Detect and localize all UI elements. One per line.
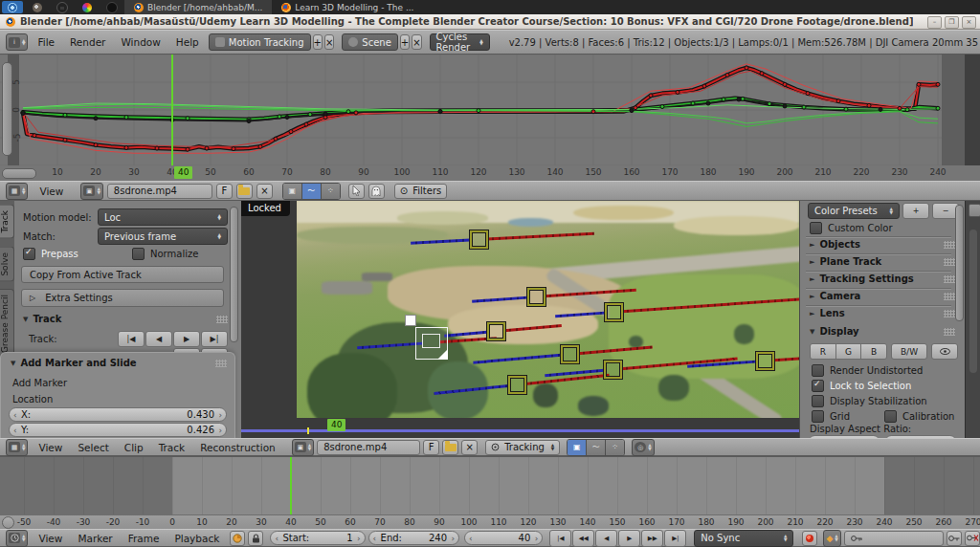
normalize-checkbox-row[interactable]: Normalize [132,248,237,260]
menu-clip[interactable]: Clip [117,442,151,453]
eye-icon[interactable] [931,343,958,360]
editor-type-selector[interactable] [6,530,28,547]
graph-horizontal-scrollbar[interactable] [2,168,36,179]
menu-track[interactable]: Track [151,442,192,453]
location-x-slider[interactable]: X: 0.430 [9,407,227,422]
render-undistorted-row[interactable]: Render Undistorted [812,364,923,377]
add-marker-panel-header[interactable]: Add Marker and Slide [11,358,227,368]
track-button-3[interactable]: ▶| [201,331,228,347]
screen-layout-selector[interactable]: Motion Tracking [209,33,311,51]
tools-scrollbar[interactable] [230,207,238,342]
copy-from-active-track-button[interactable]: Copy From Active Track [21,266,224,283]
add-scene-button[interactable]: + [400,34,410,50]
krita-app-icon[interactable] [77,1,98,13]
minimize-button[interactable]: – [927,16,942,29]
graph-view-icon[interactable]: 〜 [587,440,606,455]
fake-user-button[interactable]: F [216,184,233,199]
keying-set-selector[interactable]: ◆ [823,530,840,547]
filters-button[interactable]: ⊙ Filters [394,184,447,199]
mode-selector[interactable]: Tracking [485,440,560,455]
unity-app-icon[interactable] [101,1,122,13]
gimp-app-icon[interactable] [27,1,48,13]
panel-drag-dots-icon[interactable] [944,310,955,317]
pattern-area[interactable] [422,334,440,348]
prepass-checkbox-row[interactable]: Prepass [23,248,128,260]
playback--[interactable]: ◀ [595,530,617,547]
lock-to-selection-checkbox[interactable] [812,380,824,392]
track-button-2[interactable]: ▶ [173,331,200,347]
panel-drag-dots-icon[interactable] [215,360,227,367]
tracking-marker[interactable] [561,345,579,363]
tracking-marker[interactable] [508,376,526,394]
marker-resize-corner[interactable] [437,349,448,360]
custom-color-row[interactable]: Custom Color [810,222,893,234]
normalize-checkbox[interactable] [132,248,145,260]
menu-view[interactable]: View [32,186,71,197]
extra-settings-button[interactable]: ▷ Extra Settings [21,289,224,307]
audio-app-icon[interactable] [2,1,23,13]
unlink-clip-button[interactable]: × [461,440,478,455]
location-y-slider[interactable]: Y: 0.426 [9,423,227,437]
files-app-icon[interactable] [52,1,73,13]
render-undistorted-checkbox[interactable] [812,364,824,377]
menu-window[interactable]: Window [113,36,167,48]
open-clip-button[interactable] [442,440,458,455]
selected-tracking-marker[interactable] [415,327,448,360]
timeline-editor[interactable]: -50-40-30-20-100102030405060708090100110… [0,456,980,530]
tracking-marker[interactable] [527,288,546,306]
panel-drag-dots-icon[interactable] [944,258,955,266]
fake-user-button[interactable]: F [423,440,439,455]
show-hidden-ghost-icon[interactable] [368,184,385,199]
panel-header-plane-track[interactable]: Plane Track [810,256,955,267]
playback--[interactable]: ▶| [664,530,686,547]
timeline-scroll-knob[interactable] [2,516,14,529]
frame-end-field[interactable]: End: 240 [368,531,459,545]
grid-row[interactable]: Grid [812,410,850,423]
sync-mode-dropdown[interactable]: No Sync [694,530,793,547]
show-selected-cursor-icon[interactable] [348,184,365,199]
bw-button[interactable]: B/W [891,343,927,360]
graph-frame-ruler[interactable]: 1020304050607080901001101201301401501601… [0,165,980,181]
panel-drag-dots-icon[interactable] [944,241,955,249]
menu-marker[interactable]: Marker [70,533,120,544]
custom-color-checkbox[interactable] [810,222,822,234]
dopesheet-view-icon[interactable]: ⁘ [322,184,340,199]
track-button-1[interactable]: ◀ [145,331,172,347]
editor-type-selector[interactable]: ▦ [6,439,28,456]
panel-drag-dots-icon[interactable] [944,328,955,336]
timeline-current-frame-line[interactable] [290,457,292,514]
insert-keyframe-icon[interactable] [947,531,962,546]
tool-tab-grease-pencil[interactable]: Grease Pencil [0,289,14,359]
track-panel-header[interactable]: Track [23,314,228,324]
channel-b-button[interactable]: B [861,344,886,359]
menu-select[interactable]: Select [70,442,116,453]
channel-r-button[interactable]: R [811,344,836,359]
preview-range-clock-icon[interactable] [230,531,245,546]
menu-frame[interactable]: Frame [121,533,167,544]
dopesheet-view-icon[interactable]: ⁘ [606,440,624,455]
tracking-marker[interactable] [487,322,505,340]
panel-drag-dots-icon[interactable] [216,316,228,323]
display-stabilization-checkbox[interactable] [812,395,824,407]
panel-header-lens[interactable]: Lens [810,308,955,318]
close-layout-button[interactable]: × [324,34,334,50]
clip-viewport[interactable]: Locked 40 [241,201,799,438]
clip-datablock-selector[interactable]: ▣ [292,439,314,456]
tracking-marker[interactable] [470,230,488,249]
current-frame-field[interactable]: 40 [464,531,543,545]
clip-datablock-selector[interactable]: ▣ [80,183,102,200]
display-panel-header[interactable]: Display [810,326,955,337]
display-stabilization-row[interactable]: Display Stabilization [812,395,927,407]
open-clip-button[interactable] [236,184,253,199]
tool-tab-solve[interactable]: Solve [0,247,14,282]
calibration-checkbox[interactable] [884,410,897,423]
restore-button[interactable]: ❐ [945,16,959,29]
clip-graph-editor[interactable]: 1020304050607080901001101201301401501601… [0,55,980,182]
panel-header-camera[interactable]: Camera [810,291,955,301]
close-button[interactable]: × [962,16,976,29]
playback--[interactable]: ▶ [618,530,640,547]
auto-keyframe-record-button[interactable] [802,531,817,546]
menu-reconstruction[interactable]: Reconstruction [192,442,283,453]
clip-name-field[interactable]: 8sdrone.mp4 [317,440,420,455]
add-layout-button[interactable]: + [313,34,323,50]
